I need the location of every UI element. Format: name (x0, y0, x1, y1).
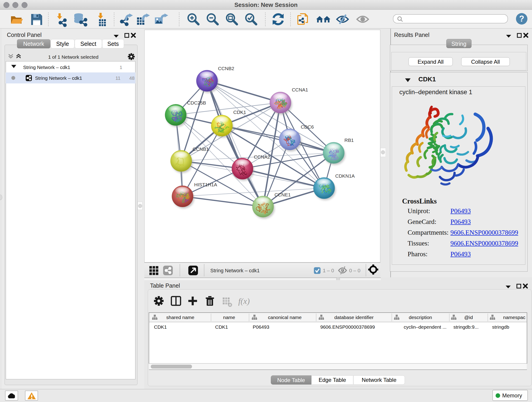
svg-text:0 – 0: 0 – 0 (349, 268, 360, 274)
svg-text:description: description (409, 315, 432, 320)
svg-text:9606.ENSP00000378699: 9606.ENSP00000378699 (320, 324, 375, 330)
svg-text:String Network – cdk1: String Network – cdk1 (210, 268, 260, 274)
svg-text:cyclin–dependent ...: cyclin–dependent ... (404, 324, 447, 330)
svg-text:CCNB1: CCNB1 (193, 147, 209, 152)
svg-text:CDK1: CDK1 (215, 324, 228, 330)
svg-text:CDK1: CDK1 (154, 324, 167, 330)
svg-text:f(x): f(x) (238, 297, 250, 306)
svg-text:P06493: P06493 (253, 324, 269, 330)
svg-text:CCNB2: CCNB2 (218, 66, 234, 71)
svg-text:CCNA1: CCNA1 (292, 87, 308, 92)
svg-text:1 – 0: 1 – 0 (323, 268, 334, 274)
svg-text:database identifier: database identifier (334, 315, 374, 320)
svg-text:canonical name: canonical name (268, 315, 302, 320)
svg-text:name: name (223, 315, 235, 320)
svg-text:CCNE1: CCNE1 (274, 192, 291, 197)
svg-text:@id: @id (464, 315, 473, 320)
svg-text:CDC25B: CDC25B (187, 100, 206, 105)
svg-text:stringdb: stringdb (492, 324, 509, 330)
svg-text:namespac: namespac (503, 315, 525, 320)
svg-text:?: ? (519, 14, 524, 23)
svg-text:stringdb:9...: stringdb:9... (453, 324, 479, 330)
svg-text:CCNA2: CCNA2 (254, 154, 270, 160)
svg-text:CDK1: CDK1 (233, 109, 246, 115)
svg-text:HIST1H1A: HIST1H1A (194, 182, 217, 187)
svg-text:11: 11 (115, 75, 120, 81)
svg-text:1: 1 (120, 65, 122, 70)
svg-text:CDC6: CDC6 (301, 124, 314, 129)
svg-text:String Network – cdk1: String Network – cdk1 (35, 75, 82, 81)
svg-text:String Network – cdk1: String Network – cdk1 (23, 65, 70, 70)
svg-text:CDKN1A: CDKN1A (335, 173, 355, 179)
svg-text:RB1: RB1 (344, 138, 354, 143)
svg-text:48: 48 (129, 75, 134, 81)
svg-text:shared name: shared name (166, 315, 195, 320)
